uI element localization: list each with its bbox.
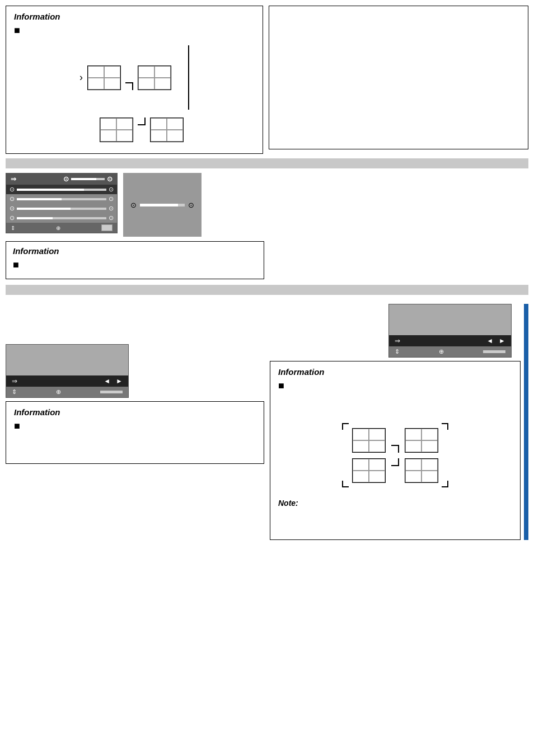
- grid-box-br-1: [352, 428, 386, 453]
- osd-footer-left: ⇕ ⊕: [6, 223, 117, 233]
- bracket-lt: [342, 423, 349, 430]
- osd2-footer-left: ⇕: [12, 388, 17, 396]
- bottom-right-bullet: ■: [278, 380, 512, 392]
- osd2-footer-mid: ⊕: [56, 388, 61, 396]
- corner-br-2: [391, 458, 399, 466]
- osd-row-4: ⊙ ⊙: [6, 213, 117, 223]
- bottom-left-bullet: ■: [14, 420, 256, 432]
- osd-slider-3: [17, 208, 106, 210]
- osd-row-3: ⊙ ⊙: [6, 204, 117, 213]
- osd-slider-fill-2: [17, 198, 62, 200]
- osd-main-slider: [140, 204, 185, 206]
- osd-row-end-4: ⊙: [109, 214, 114, 222]
- corner-tr-1: [125, 82, 133, 90]
- top-left-diagram: ›: [14, 40, 255, 148]
- left-bracket: [342, 423, 349, 487]
- osd3-next[interactable]: ►: [499, 337, 505, 345]
- section-divider-1: [6, 158, 528, 168]
- osd-header-arrow: ⇒: [11, 175, 16, 183]
- top-left-info-title: Information: [14, 12, 255, 21]
- osd3-footer-left: ⇕: [395, 348, 400, 355]
- corner-br-1: [138, 118, 146, 125]
- section-divider-2: [6, 285, 528, 295]
- middle-left-panels: ⇒ ⊙ ⊙ ⊙ ⊙: [6, 173, 264, 237]
- bottom-right-info-text: [278, 395, 512, 417]
- osd2-nav: ⇒ ◄ ►: [6, 375, 128, 387]
- bottom-left-text: [6, 304, 264, 337]
- blue-sidebar: [524, 304, 528, 540]
- arrow-indicator-1: ›: [79, 72, 83, 83]
- inner-row-2: [352, 458, 438, 483]
- osd3-nav-arrow: ⇒: [395, 337, 400, 345]
- grid-box-br-4: [405, 458, 438, 483]
- corner-container-1: [391, 428, 399, 453]
- osd-slider-fill-1: [17, 189, 84, 191]
- osd-slider-4: [17, 217, 106, 219]
- grid-box-br-2: [405, 428, 438, 453]
- osd-row-icon-3: ⊙: [10, 205, 15, 212]
- bottom-right-col: ⇒ ◄ ► ⇕ ⊕ Information ■: [270, 304, 528, 540]
- middle-left-info-title: Information: [13, 246, 257, 256]
- osd-slider-fill-4: [17, 217, 53, 219]
- bottom-left-info-title: Information: [14, 407, 256, 417]
- osd3-header-area: [389, 304, 511, 335]
- corner-tr-2: [391, 445, 399, 453]
- middle-left-bullet: ■: [13, 259, 257, 271]
- osd2-footer-slider: [100, 391, 123, 393]
- osd-row-icon-4: ⊙: [10, 214, 15, 222]
- middle-row: ⇒ ⊙ ⊙ ⊙ ⊙: [6, 173, 528, 283]
- osd2-next[interactable]: ►: [116, 377, 123, 385]
- bracket-lb: [342, 481, 349, 487]
- osd-footer-nav-mid: ⊕: [56, 225, 60, 231]
- osd-slider-panel: ⊙ ⊙: [123, 173, 202, 237]
- osd-slider-icon-left: ⊙: [130, 201, 137, 209]
- osd3-nav: ⇒ ◄ ►: [389, 335, 511, 346]
- osd-row-icon-1: ⊙: [10, 186, 15, 193]
- middle-left-info-box: Information ■: [6, 241, 264, 279]
- osd-row-end-1: ⊙: [109, 186, 114, 193]
- middle-left-col: ⇒ ⊙ ⊙ ⊙ ⊙: [6, 173, 264, 283]
- osd2-footer: ⇕ ⊕: [6, 387, 128, 397]
- osd-row-end-3: ⊙: [109, 205, 114, 212]
- osd-row-end-2: ⊙: [109, 195, 114, 203]
- osd-panel-2: ⇒ ◄ ► ⇕ ⊕: [6, 344, 129, 398]
- grid-box-4: [150, 118, 184, 142]
- inner-row-1: [352, 428, 438, 453]
- osd-header: ⇒ ⊙ ⊙: [6, 173, 117, 185]
- osd3-footer-slider: [483, 350, 505, 353]
- grid-box-1: [87, 65, 121, 90]
- bracket-rb: [442, 481, 448, 487]
- bottom-left-info-text: [14, 435, 256, 458]
- osd2-header-area: [6, 345, 128, 375]
- osd-slider-1: [17, 189, 106, 191]
- corner-container-2: [391, 458, 399, 483]
- osd-top-slider-fill: [71, 178, 96, 180]
- bracket-rt: [442, 423, 448, 430]
- top-left-bullet: ■: [14, 25, 255, 36]
- osd-top-slider: [71, 178, 105, 180]
- bottom-right-info-title: Information: [278, 367, 512, 377]
- osd3-footer: ⇕ ⊕: [389, 346, 511, 357]
- bottom-right-diagram: [278, 417, 512, 493]
- osd-header-icon: ⊙: [63, 175, 69, 183]
- osd-slider-2: [17, 198, 106, 200]
- bottom-left-info-box: Information ■: [6, 401, 264, 464]
- osd2-nav-arrow: ⇒: [12, 377, 17, 385]
- grid-box-3: [100, 118, 133, 142]
- osd3-nav-arrows: ◄ ►: [486, 337, 505, 345]
- osd-row-2: ⊙ ⊙: [6, 194, 117, 204]
- bracket-right-bar: [188, 45, 189, 110]
- osd-main-slider-fill: [140, 204, 178, 206]
- right-bracket: [442, 423, 448, 487]
- osd-footer-btn[interactable]: [101, 224, 113, 231]
- osd-slider-icon-right: ⊙: [188, 201, 194, 209]
- grid-box-br-3: [352, 458, 386, 483]
- osd-slider-row: ⊙ ⊙: [130, 201, 194, 209]
- osd-header-icon2: ⊙: [107, 175, 113, 183]
- osd3-prev[interactable]: ◄: [486, 337, 493, 345]
- bottom-section: ⇒ ◄ ► ⇕ ⊕ Information ■: [6, 304, 528, 540]
- osd-panel-3: ⇒ ◄ ► ⇕ ⊕: [388, 304, 512, 358]
- osd-footer-nav-left: ⇕: [11, 225, 15, 231]
- osd2-prev[interactable]: ◄: [104, 377, 110, 385]
- osd-slider-fill-3: [17, 208, 71, 210]
